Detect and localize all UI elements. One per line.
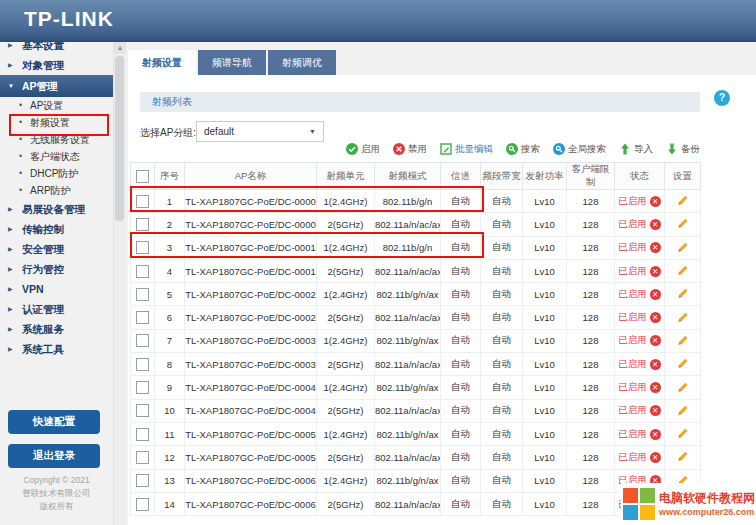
- sidebar-subitem-DHCP防护[interactable]: •DHCP防护: [0, 165, 113, 182]
- edit-pencil-icon[interactable]: [677, 337, 689, 348]
- toolbar-全局搜索-button[interactable]: 全局搜索: [553, 143, 606, 156]
- row-checkbox[interactable]: [136, 288, 149, 301]
- row-checkbox[interactable]: [136, 381, 149, 394]
- sidebar-item-传输控制[interactable]: ▶传输控制: [0, 219, 113, 239]
- edit-pencil-icon[interactable]: [677, 453, 689, 464]
- help-icon[interactable]: ?: [714, 90, 730, 106]
- sidebar-item-对象管理[interactable]: ▶对象管理: [0, 55, 113, 75]
- toolbar-导入-button[interactable]: 导入: [619, 143, 653, 156]
- client-limit-cell: 128: [567, 353, 615, 376]
- edit-pencil-icon[interactable]: [677, 290, 689, 301]
- toolbar-禁用-button[interactable]: 禁用: [393, 143, 427, 156]
- sidebar-item-认证管理[interactable]: ▶认证管理: [0, 299, 113, 319]
- sidebar-item-系统工具[interactable]: ▶系统工具: [0, 339, 113, 359]
- channel-cell: 自动: [441, 422, 481, 445]
- sidebar-subitem-客户端状态[interactable]: •客户端状态: [0, 148, 113, 165]
- edit-pencil-icon[interactable]: [677, 360, 689, 371]
- ap-group-select[interactable]: default ▼: [196, 121, 324, 142]
- disable-radio-icon[interactable]: ✕: [650, 452, 661, 463]
- toolbar-备份-button[interactable]: 备份: [666, 143, 700, 156]
- row-checkbox-cell: [131, 446, 155, 469]
- sidebar-subitem-射频设置[interactable]: •射频设置: [0, 114, 113, 131]
- sidebar-item-行为管控[interactable]: ▶行为管控: [0, 259, 113, 279]
- logout-button[interactable]: 退出登录: [8, 444, 100, 468]
- bandwidth-cell: 自动: [481, 283, 523, 306]
- row-checkbox[interactable]: [136, 241, 149, 254]
- row-checkbox[interactable]: [136, 358, 149, 371]
- disable-radio-icon[interactable]: ✕: [650, 429, 661, 440]
- scrollbar-up-arrow-icon[interactable]: ▲: [114, 42, 126, 54]
- row-checkbox[interactable]: [136, 311, 149, 324]
- disable-radio-icon[interactable]: ✕: [650, 359, 661, 370]
- quick-setup-button[interactable]: 快速配置: [8, 410, 100, 434]
- status-badge: 已启用✕: [618, 358, 661, 371]
- section-title: 射频列表: [140, 92, 700, 112]
- table-row: 5TL-XAP1807GC-PoE/DC-00021(2.4GHz)802.11…: [131, 283, 701, 306]
- toolbar-批量编辑-button[interactable]: 批量编辑: [440, 143, 493, 156]
- disable-radio-icon[interactable]: ✕: [650, 196, 661, 207]
- row-checkbox[interactable]: [136, 428, 149, 441]
- sidebar-subitem-无线服务设置[interactable]: •无线服务设置: [0, 131, 113, 148]
- select-all-checkbox[interactable]: [136, 170, 149, 183]
- row-checkbox[interactable]: [136, 498, 149, 511]
- toolbar-启用-button[interactable]: 启用: [346, 143, 380, 156]
- status-text: 已启用: [618, 404, 647, 417]
- sidebar-item-安全管理[interactable]: ▶安全管理: [0, 239, 113, 259]
- row-checkbox[interactable]: [136, 265, 149, 278]
- sidebar-item-基本设置[interactable]: ▶基本设置: [0, 42, 113, 55]
- sidebar-scrollbar[interactable]: ▲: [113, 42, 126, 525]
- status-badge: 已启用✕: [618, 404, 661, 417]
- row-checkbox[interactable]: [136, 474, 149, 487]
- edit-pencil-icon[interactable]: [677, 407, 689, 418]
- watermark-logo-icon: [623, 488, 655, 520]
- toolbar-搜索-button[interactable]: 搜索: [506, 143, 540, 156]
- bandwidth-cell: 自动: [481, 213, 523, 236]
- tx-power-cell: Lv10: [523, 353, 567, 376]
- status-badge: 已启用✕: [618, 218, 661, 231]
- sidebar-subitem-AP设置[interactable]: •AP设置: [0, 97, 113, 114]
- status-badge: 已启用✕: [618, 265, 661, 278]
- disable-radio-icon[interactable]: ✕: [650, 335, 661, 346]
- status-cell: 已启用✕: [615, 446, 665, 469]
- row-checkbox[interactable]: [136, 218, 149, 231]
- table-row: 4TL-XAP1807GC-PoE/DC-00012(5GHz)802.11a/…: [131, 259, 701, 282]
- disable-radio-icon[interactable]: ✕: [650, 405, 661, 416]
- disable-radio-icon[interactable]: ✕: [650, 289, 661, 300]
- disable-radio-icon[interactable]: ✕: [650, 219, 661, 230]
- sidebar-item-VPN[interactable]: ▶VPN: [0, 279, 113, 299]
- tab-射频调优[interactable]: 射频调优: [268, 50, 336, 75]
- status-badge: 已启用✕: [618, 334, 661, 347]
- tab-频谱导航[interactable]: 频谱导航: [198, 50, 266, 75]
- row-seq-cell: 3: [155, 236, 185, 259]
- edit-pencil-icon[interactable]: [677, 430, 689, 441]
- channel-cell: 自动: [441, 259, 481, 282]
- row-checkbox-cell: [131, 469, 155, 492]
- disable-radio-icon[interactable]: ✕: [650, 242, 661, 253]
- channel-cell: 自动: [441, 469, 481, 492]
- edit-pencil-icon[interactable]: [677, 314, 689, 325]
- disable-radio-icon[interactable]: ✕: [650, 266, 661, 277]
- edit-pencil-icon[interactable]: [677, 267, 689, 278]
- disable-radio-icon[interactable]: ✕: [650, 312, 661, 323]
- scrollbar-thumb[interactable]: [115, 56, 124, 221]
- edit-pencil-icon[interactable]: [677, 197, 689, 208]
- radio-unit-cell: 2(5GHz): [317, 353, 375, 376]
- table-row: 7TL-XAP1807GC-PoE/DC-00031(2.4GHz)802.11…: [131, 329, 701, 352]
- disable-radio-icon[interactable]: ✕: [650, 382, 661, 393]
- sidebar-item-系统服务[interactable]: ▶系统服务: [0, 319, 113, 339]
- sidebar-item-AP管理[interactable]: ▼AP管理: [0, 75, 113, 97]
- sidebar-subitem-ARP防护[interactable]: •ARP防护: [0, 182, 113, 199]
- edit-pencil-icon[interactable]: [677, 384, 689, 395]
- edit-pencil-icon[interactable]: [677, 244, 689, 255]
- row-checkbox-cell: [131, 399, 155, 422]
- row-checkbox[interactable]: [136, 195, 149, 208]
- row-checkbox[interactable]: [136, 404, 149, 417]
- ap-name-cell: TL-XAP1807GC-PoE/DC-0001: [185, 259, 317, 282]
- sidebar-item-易展设备管理[interactable]: ▶易展设备管理: [0, 199, 113, 219]
- tab-射频设置[interactable]: 射频设置: [128, 50, 196, 75]
- client-limit-cell: 128: [567, 422, 615, 445]
- edit-pencil-icon[interactable]: [677, 220, 689, 231]
- row-checkbox[interactable]: [136, 334, 149, 347]
- row-checkbox[interactable]: [136, 451, 149, 464]
- status-badge: 已启用✕: [618, 428, 661, 441]
